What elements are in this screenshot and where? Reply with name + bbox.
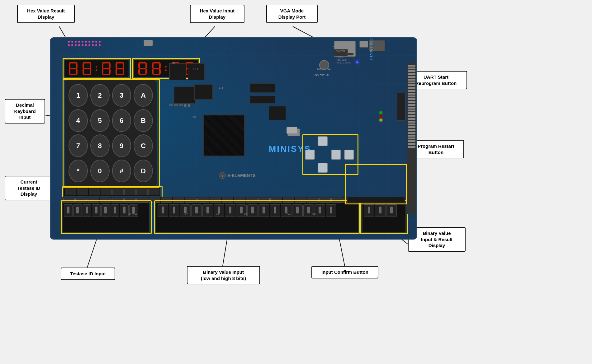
edge-pin-25 (408, 135, 415, 137)
numpad-key-9[interactable]: 9 (112, 134, 131, 157)
dip-sw-7[interactable] (149, 198, 160, 203)
binary-value-input-area[interactable] (156, 203, 358, 232)
gpio-pin-11 (71, 44, 73, 46)
svg-rect-29 (102, 69, 103, 74)
large-capacitor (319, 60, 329, 70)
binary-toggle-9[interactable] (258, 204, 269, 217)
seg-colon-1 (96, 66, 97, 71)
edge-pin-10 (408, 93, 415, 95)
numpad-key-2[interactable]: 2 (90, 84, 110, 107)
push-btn-s5[interactable] (318, 163, 328, 173)
testase-id-input-area[interactable] (62, 203, 149, 232)
power-switch[interactable]: SW-PWR (334, 49, 348, 56)
numpad-key-0[interactable]: 0 (90, 160, 110, 182)
dip-sw-8[interactable] (161, 198, 172, 203)
binary-toggle-8[interactable] (247, 204, 258, 217)
binary-toggle-3[interactable] (191, 204, 202, 217)
numpad-key-*[interactable]: * (69, 160, 88, 182)
input-confirm-area[interactable] (362, 203, 406, 232)
confirm-toggle-2[interactable] (386, 204, 397, 217)
edge-pin-3 (408, 73, 415, 75)
numpad-key-1[interactable]: 1 (69, 84, 88, 107)
label-j1: J1 (68, 56, 70, 59)
dip-sw-5[interactable] (124, 198, 136, 203)
binary-toggle-12[interactable] (292, 204, 303, 217)
svg-rect-20 (90, 63, 91, 68)
svg-rect-38 (116, 74, 124, 75)
binary-toggle-1[interactable] (169, 204, 179, 217)
dip-sw-20[interactable] (307, 198, 319, 203)
numpad-key-C[interactable]: C (134, 134, 153, 157)
dip-sw-6[interactable] (136, 198, 148, 203)
numpad-key-6[interactable]: 6 (112, 109, 131, 132)
binary-toggle-14[interactable] (315, 204, 325, 217)
testase-toggle-6[interactable] (120, 204, 129, 217)
binary-toggle-10[interactable] (270, 204, 280, 217)
push-btn-s2[interactable] (305, 150, 315, 160)
dip-sw-13[interactable] (222, 198, 233, 203)
numpad-key-A[interactable]: A (134, 84, 153, 107)
edge-pin-24 (408, 132, 415, 134)
svg-rect-17 (69, 74, 77, 75)
numpad-key-3[interactable]: 3 (112, 84, 131, 107)
dip-sw-16[interactable] (258, 198, 270, 203)
testase-toggle-0[interactable] (64, 204, 73, 217)
dip-sw-12[interactable] (210, 198, 221, 203)
numpad-key-D[interactable]: D (134, 160, 153, 182)
dip-sw-15[interactable] (246, 198, 258, 203)
decimal-keyboard-label: DecimalKeyboardInput (5, 99, 45, 124)
dip-sw-1[interactable] (75, 198, 87, 203)
edge-pin-26 (408, 138, 415, 139)
push-btn-s4[interactable] (331, 150, 341, 160)
numpad-key-7[interactable]: 7 (69, 134, 88, 157)
numpad-key-#[interactable]: # (112, 160, 131, 182)
svg-line-10 (339, 240, 345, 266)
binary-toggle-15[interactable] (326, 204, 336, 217)
dip-sw-2[interactable] (88, 198, 99, 203)
push-btn-s3[interactable] (318, 136, 328, 146)
numpad-key-5[interactable]: 5 (90, 109, 110, 132)
push-btn-s1[interactable] (344, 150, 354, 160)
testase-toggle-4[interactable] (101, 204, 110, 217)
svg-rect-12 (69, 63, 70, 68)
testase-toggle-3[interactable] (92, 204, 101, 217)
svg-rect-33 (116, 63, 117, 68)
label-u7: U7 (185, 212, 188, 215)
gpio-pin-1 (71, 41, 73, 43)
gpio-pin-4 (82, 41, 83, 43)
dip-sw-19[interactable] (295, 198, 306, 203)
edge-pin-11 (408, 96, 415, 97)
dip-sw-10[interactable] (185, 198, 197, 203)
dip-sw-22[interactable] (331, 198, 343, 203)
svg-rect-42 (139, 68, 146, 69)
confirm-toggle-0[interactable] (364, 204, 374, 217)
numpad-key-8[interactable]: 8 (90, 134, 110, 157)
dip-sw-21[interactable] (319, 198, 331, 203)
testase-toggle-5[interactable] (111, 204, 119, 217)
testase-toggle-2[interactable] (83, 204, 91, 217)
binary-toggle-4[interactable] (202, 204, 213, 217)
edge-pin-9 (408, 90, 415, 92)
svg-rect-16 (76, 69, 78, 74)
binary-result-display-area (347, 197, 405, 203)
dip-sw-17[interactable] (270, 198, 282, 203)
testase-toggle-1[interactable] (73, 204, 82, 217)
svg-rect-11 (69, 62, 77, 63)
dip-sw-14[interactable] (234, 198, 245, 203)
svg-rect-39 (139, 62, 146, 63)
svg-rect-37 (123, 69, 124, 74)
numpad-key-B[interactable]: B (134, 109, 153, 132)
binary-toggle-6[interactable] (225, 204, 235, 217)
dip-sw-18[interactable] (283, 198, 294, 203)
ic-row-2 (250, 96, 275, 104)
binary-toggle-0[interactable] (158, 204, 168, 217)
dip-sw-11[interactable] (197, 198, 209, 203)
gpio-pin-5 (85, 41, 87, 43)
decimal-keyboard[interactable]: 123A456B789C*0#D (65, 80, 157, 186)
dip-sw-3[interactable] (100, 198, 111, 203)
confirm-toggle-1[interactable] (375, 204, 386, 217)
numpad-key-4[interactable]: 4 (69, 109, 88, 132)
dip-sw-9[interactable] (173, 198, 184, 203)
dip-sw-0[interactable] (63, 198, 75, 203)
dip-sw-4[interactable] (112, 198, 124, 203)
